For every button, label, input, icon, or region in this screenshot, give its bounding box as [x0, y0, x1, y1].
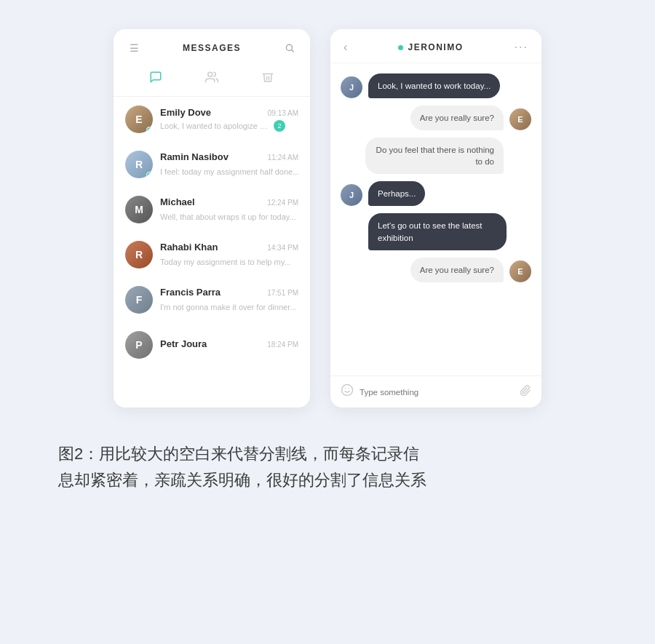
contact-info: Ramin Nasibov 11:24 AM I feel: today my …	[160, 151, 298, 178]
message-row: Let's go out to see the latest exhibitio…	[341, 213, 531, 250]
tabs-row	[114, 61, 310, 97]
contact-time: 14:34 PM	[267, 244, 298, 252]
message-bubble: Perhaps...	[368, 181, 425, 206]
tab-archive[interactable]	[258, 67, 278, 87]
avatar: R	[125, 241, 153, 269]
contact-item[interactable]: P Petr Joura 18:24 PM	[114, 322, 310, 367]
message-row: J Look, I wanted to work today...	[341, 73, 531, 98]
message-bubble: Let's go out to see the latest exhibitio…	[368, 213, 507, 250]
chat-panel: ‹ JERONIMO ··· J Look, I wanted to work …	[330, 29, 541, 408]
message-row: J Perhaps...	[341, 181, 531, 206]
tab-users[interactable]	[202, 67, 222, 87]
avatar: E	[125, 106, 153, 133]
chat-contact-name: JERONIMO	[398, 42, 463, 52]
contact-info: Emily Dove 09:13 AM Look, I wanted to ap…	[160, 107, 298, 132]
avatar: R	[125, 151, 153, 178]
contact-name: Emily Dove	[160, 107, 211, 118]
attach-button[interactable]	[520, 385, 531, 399]
chat-input-bar	[330, 375, 541, 408]
caption-text: 图2：用比较大的空白来代替分割线，而每条记录信 息却紧密着，亲疏关系明确，很好的…	[58, 441, 597, 494]
contact-time: 11:24 AM	[268, 154, 298, 162]
message-bubble: Are you really sure?	[410, 106, 504, 130]
more-options-button[interactable]: ···	[515, 41, 528, 54]
message-row: E Are you really sure?	[341, 258, 531, 282]
search-icon[interactable]	[282, 43, 297, 53]
contact-preview: Today my assignment is to help my...	[160, 258, 291, 266]
msg-avatar: J	[341, 184, 362, 206]
contact-item[interactable]: F Francis Parra 17:51 PM I'm not gonna m…	[114, 277, 310, 322]
contact-time: 18:24 PM	[267, 341, 298, 349]
contact-info: Rahabi Khan 14:34 PM Today my assignment…	[160, 242, 298, 268]
message-row: E Are you really sure?	[341, 106, 531, 130]
contact-preview: I'm not gonna make it over for dinner...	[160, 303, 296, 311]
contact-preview: Well, that about wraps it up for today..…	[160, 212, 296, 221]
chat-online-dot	[398, 45, 403, 50]
message-row: Do you feel that there is nothing to do	[341, 138, 531, 174]
avatar: P	[125, 331, 153, 359]
message-input[interactable]	[360, 388, 514, 397]
contact-name: Petr Joura	[160, 338, 207, 349]
svg-point-3	[342, 385, 353, 396]
caption: 图2：用比较大的空白来代替分割线，而每条记录信 息却紧密着，亲疏关系明确，很好的…	[44, 434, 611, 494]
contact-info: Petr Joura 18:24 PM	[160, 338, 298, 351]
contact-name: Rahabi Khan	[160, 242, 218, 253]
avatar: F	[125, 286, 153, 314]
messages-panel: ☰ MESSAGES	[114, 29, 310, 408]
chat-header: ‹ JERONIMO ···	[330, 29, 541, 63]
contact-preview: I feel: today my assignment half done...	[160, 167, 298, 176]
msg-avatar: E	[509, 261, 531, 282]
msg-avatar: J	[341, 76, 362, 98]
messages-title: MESSAGES	[141, 43, 282, 53]
message-bubble: Do you feel that there is nothing to do	[365, 138, 504, 174]
contact-time: 12:24 PM	[267, 199, 298, 207]
chat-messages: J Look, I wanted to work today... E Are …	[330, 63, 541, 375]
svg-line-1	[292, 50, 294, 52]
online-indicator	[146, 127, 152, 132]
back-button[interactable]: ‹	[344, 41, 347, 54]
emoji-button[interactable]	[341, 383, 354, 400]
contact-preview: Look, I wanted to apologize for today...	[160, 122, 269, 130]
message-bubble: Are you really sure?	[410, 258, 504, 282]
contact-item[interactable]: E Emily Dove 09:13 AM Look, I wanted to …	[114, 97, 310, 142]
contact-info: Michael 12:24 PM Well, that about wraps …	[160, 196, 298, 223]
svg-point-2	[208, 72, 213, 76]
contact-name: Michael	[160, 196, 195, 207]
messages-header: ☰ MESSAGES	[114, 29, 310, 61]
avatar: M	[125, 196, 153, 223]
contact-name: Francis Parra	[160, 287, 221, 298]
contact-name: Ramin Nasibov	[160, 151, 229, 162]
tab-chat[interactable]	[146, 67, 166, 87]
unread-badge: 2	[274, 120, 285, 132]
message-bubble: Look, I wanted to work today...	[368, 73, 500, 98]
hamburger-icon[interactable]: ☰	[127, 42, 141, 54]
panels-container: ☰ MESSAGES	[44, 29, 611, 408]
contact-item[interactable]: M Michael 12:24 PM Well, that about wrap…	[114, 187, 310, 232]
contact-time: 17:51 PM	[267, 289, 298, 297]
contact-list: E Emily Dove 09:13 AM Look, I wanted to …	[114, 97, 310, 408]
contact-info: Francis Parra 17:51 PM I'm not gonna mak…	[160, 287, 298, 313]
contact-time: 09:13 AM	[268, 109, 298, 117]
online-indicator	[146, 172, 152, 178]
msg-avatar: E	[509, 108, 531, 130]
contact-item[interactable]: R Ramin Nasibov 11:24 AM I feel: today m…	[114, 142, 310, 187]
contact-item[interactable]: R Rahabi Khan 14:34 PM Today my assignme…	[114, 232, 310, 277]
